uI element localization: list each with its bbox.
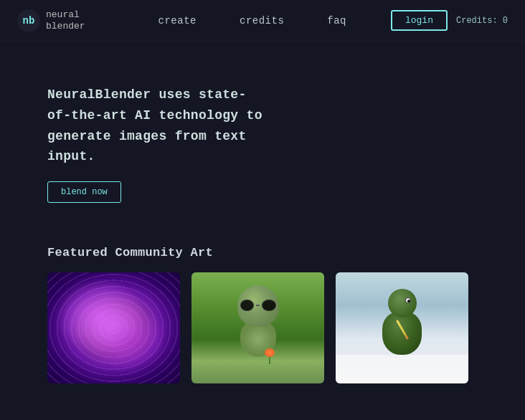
art-card-2[interactable]	[191, 272, 324, 383]
flower-head	[265, 348, 275, 357]
nav-right: login Credits: 0	[391, 10, 508, 31]
blend-now-button[interactable]: blend now	[47, 181, 121, 203]
bird-body	[382, 312, 422, 355]
nav-faq[interactable]: faq	[327, 15, 346, 27]
glass-bridge	[256, 305, 260, 306]
art-flower	[263, 348, 276, 364]
glass-left	[240, 300, 254, 311]
navbar: nb neural blender create credits faq log…	[0, 0, 525, 42]
art-figure	[226, 285, 290, 371]
glass-right	[262, 300, 275, 311]
featured-section: Featured Community Art	[0, 232, 525, 405]
bird-pencil	[396, 320, 409, 339]
art-grid	[47, 272, 508, 383]
bird-eye	[405, 297, 411, 303]
art-card-3[interactable]	[336, 272, 468, 383]
art-glasses	[240, 300, 276, 311]
logo-text: neural blender	[46, 9, 85, 32]
featured-title: Featured Community Art	[47, 246, 508, 259]
logo-icon: nb	[17, 9, 40, 32]
art-head	[237, 285, 279, 327]
nav-links: create credits faq	[114, 15, 391, 27]
logo[interactable]: nb neural blender	[17, 9, 85, 32]
flower-stem	[269, 357, 270, 364]
bird-head	[388, 289, 417, 318]
hero-section: NeuralBlender uses state-of-the-art AI t…	[0, 42, 287, 232]
hero-headline: NeuralBlender uses state-of-the-art AI t…	[47, 85, 270, 167]
art-bird	[374, 289, 431, 368]
nav-create[interactable]: create	[159, 15, 197, 27]
art-card-1[interactable]	[47, 272, 180, 383]
login-button[interactable]: login	[391, 10, 448, 31]
nav-credits[interactable]: credits	[240, 15, 284, 27]
credits-badge: Credits: 0	[456, 16, 508, 26]
